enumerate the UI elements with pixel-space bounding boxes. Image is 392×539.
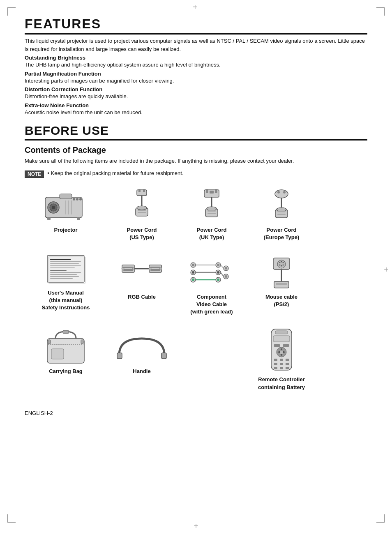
svg-point-76	[281, 261, 282, 262]
rgb-cable-label: RGB Cable	[128, 293, 156, 301]
svg-rect-18	[138, 212, 146, 213]
svg-rect-9	[77, 217, 80, 220]
svg-rect-93	[274, 344, 280, 347]
mouse-cable-label: Mouse cable(PS/2)	[265, 293, 297, 308]
svg-point-96	[279, 350, 284, 354]
feature-label-3: Extra-low Noise Function	[25, 102, 367, 108]
svg-point-28	[275, 190, 288, 198]
svg-rect-54	[150, 269, 160, 271]
svg-point-68	[217, 279, 219, 281]
before-use-title: BEFORE USE	[25, 124, 367, 141]
svg-point-70	[225, 267, 227, 270]
note-box: NOTE • Keep the original packing materia…	[25, 170, 367, 178]
feature-desc-1: Interesting parts of images can be magni…	[25, 77, 367, 85]
power-cord-uk-label: Power Cord(UK Type)	[197, 226, 227, 241]
svg-rect-13	[137, 190, 147, 196]
svg-rect-39	[50, 265, 81, 266]
rgb-cable-icon	[121, 256, 162, 289]
svg-rect-82	[276, 283, 287, 285]
projector-icon	[43, 189, 88, 222]
users-manual-icon	[45, 255, 86, 286]
svg-point-3	[52, 206, 55, 209]
svg-rect-42	[50, 272, 81, 273]
svg-rect-38	[50, 263, 79, 264]
svg-rect-21	[206, 189, 208, 193]
bag-label: Carrying Bag	[49, 368, 83, 375]
svg-point-30	[283, 191, 286, 193]
svg-rect-103	[286, 359, 289, 361]
svg-point-66	[217, 271, 219, 274]
handle-label: Handle	[133, 368, 150, 375]
pkg-item-manual: User's Manual(this manual)Safety Instruc…	[25, 250, 107, 318]
svg-point-19	[137, 206, 147, 210]
svg-rect-44	[50, 276, 79, 277]
svg-point-32	[277, 207, 286, 212]
svg-point-56	[159, 267, 162, 270]
pkg-item-power-uk: Power Cord(UK Type)	[177, 183, 247, 248]
pkg-item-power-eu: Power Cord(Europe Type)	[247, 183, 316, 248]
projector-label: Projector	[54, 226, 77, 234]
corner-mark-br	[376, 514, 385, 523]
corner-mark-bl	[7, 514, 16, 523]
svg-rect-87	[81, 340, 83, 344]
feature-label-1: Partial Magnification Function	[25, 71, 367, 77]
svg-rect-49	[123, 269, 133, 271]
svg-point-55	[149, 267, 151, 270]
svg-rect-105	[280, 363, 283, 365]
svg-rect-107	[274, 367, 277, 369]
svg-rect-33	[277, 211, 286, 212]
svg-point-64	[217, 264, 219, 266]
svg-point-72	[225, 275, 227, 278]
svg-point-12	[79, 198, 82, 200]
svg-rect-84	[63, 330, 69, 334]
crosshair-bottom	[194, 521, 198, 531]
svg-rect-109	[286, 367, 289, 369]
svg-rect-27	[208, 213, 216, 214]
feature-label-2: Distortion Correction Function	[25, 86, 367, 92]
pkg-item-rgb: RGB Cable	[107, 250, 177, 307]
power-cord-uk-icon	[195, 189, 228, 222]
svg-rect-22	[215, 189, 217, 193]
svg-point-58	[192, 264, 194, 266]
svg-point-77	[283, 262, 284, 263]
svg-rect-108	[280, 367, 283, 369]
svg-point-29	[277, 191, 280, 193]
svg-rect-34	[277, 214, 286, 215]
svg-point-75	[279, 262, 281, 263]
corner-mark-tl	[7, 7, 16, 16]
svg-point-25	[207, 207, 217, 211]
svg-rect-15	[143, 189, 145, 192]
svg-point-78	[279, 264, 281, 265]
pkg-item-power-us: Power Cord(US Type)	[107, 183, 177, 248]
svg-rect-104	[274, 363, 277, 365]
feature-desc-2: Distortion-free images are quickly avail…	[25, 92, 367, 101]
svg-rect-8	[47, 217, 51, 220]
note-tag: NOTE	[25, 170, 44, 178]
manual-label: User's Manual(this manual)Safety Instruc…	[42, 289, 90, 312]
corner-mark-tr	[376, 7, 385, 16]
svg-point-10	[73, 198, 75, 200]
pkg-item-remote: Remote Controllercontaining Battery	[247, 324, 316, 397]
svg-point-11	[76, 198, 78, 200]
page-number: ENGLISH-2	[25, 410, 367, 416]
svg-rect-48	[123, 267, 133, 268]
power-cord-us-icon	[125, 189, 158, 222]
contents-intro: Make sure all of the following items are…	[25, 157, 367, 165]
handle-icon	[115, 332, 168, 361]
svg-point-60	[192, 271, 194, 274]
svg-rect-43	[50, 274, 77, 275]
svg-rect-86	[48, 340, 51, 344]
pkg-item-bag: Carrying Bag	[25, 324, 107, 382]
component-cable-icon	[189, 256, 234, 289]
svg-rect-40	[50, 267, 75, 268]
pkg-item-mouse: Mouse cable(PS/2)	[247, 250, 316, 315]
svg-rect-85	[51, 349, 64, 359]
svg-rect-88	[117, 353, 122, 359]
svg-rect-37	[50, 261, 81, 262]
feature-label-0: Outstanding Brightness	[25, 55, 367, 61]
remote-controller-label: Remote Controllercontaining Battery	[258, 376, 305, 391]
svg-rect-94	[283, 344, 289, 347]
svg-rect-53	[150, 267, 160, 268]
svg-rect-23	[210, 191, 214, 193]
svg-point-80	[281, 265, 282, 266]
